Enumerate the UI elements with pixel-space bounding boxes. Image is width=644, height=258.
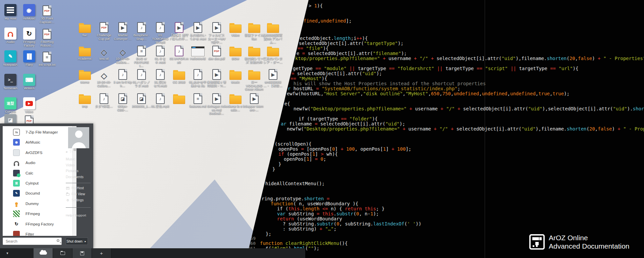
desktop-icon[interactable]: Flary (19, 50, 39, 67)
desktop-icon-label: Video (19, 110, 39, 114)
desktop-icon[interactable]: ▶sm9232902…・【初音… (263, 67, 283, 88)
desktop-icon-label: WriterA (19, 87, 39, 90)
desktop-icon[interactable]: Meme (75, 67, 95, 84)
desktop-icon[interactable]: ♪03. TOMORROW.mp3 (151, 20, 170, 44)
desktop-icon[interactable]: ◉♪AirMusic (19, 3, 39, 20)
desktop-icon[interactable]: BGM (226, 44, 245, 61)
system-link-file-view[interactable]: File View (66, 191, 85, 197)
start-menu-item-7-zip-file-manager[interactable]: 7z7-Zip File Manager (3, 127, 68, 137)
desktop-icon[interactable]: Academic (75, 44, 95, 61)
system-link-my-host[interactable]: My Host (66, 185, 85, 191)
username[interactable]: »TC (66, 150, 74, 154)
desktop-icon[interactable]: flac (75, 20, 95, 37)
shutdown-arrow-icon[interactable]: ▸ (83, 240, 88, 243)
desktop-icon[interactable]: ♪3 am lo-fi hip h… (113, 67, 132, 88)
desktop-icon[interactable]: ◇10-20-40-Calibra… (113, 44, 132, 64)
desktop-icon[interactable]: 速型Cyinput (1, 97, 20, 114)
desktop-icon[interactable]: ◪600px-CBS-… (113, 91, 132, 112)
desktop-icon[interactable]: ▶Gchaguz Ack so And Dedicall… (207, 91, 226, 115)
desktop-icon[interactable]: ▶Supper Mem ent-… (245, 91, 264, 112)
taskbar-tab-new[interactable]: + (92, 248, 111, 258)
desktop-icon[interactable]: ♪Biosphere - Snap… (132, 20, 151, 41)
text-file-icon: ≡ (43, 52, 51, 62)
desktop-icon[interactable]: PDFFilterReg Robust… (37, 27, 57, 47)
taskbar-tab-disk[interactable] (72, 248, 92, 258)
audio-file-icon: ♪ (156, 69, 165, 80)
desktop-icon[interactable]: Audio (1, 27, 20, 44)
desktop-icon[interactable]: [190320]高宮賞9th アルバム… (263, 20, 283, 44)
desktop-icon-label: Flary (19, 63, 39, 67)
desktop-icon[interactable]: ▶るの前のいうかせ.mp4 (188, 20, 208, 41)
desktop-icon[interactable]: PDF3D Point Capsule… (37, 3, 57, 24)
desktop-icon[interactable]: ≡BUG or FEATURE t… (132, 44, 151, 68)
desktop-icon[interactable]: 音楽ファイル flac (245, 20, 264, 41)
library-link-music[interactable]: Music (66, 156, 84, 162)
desktop-icon-label: 01.めかせ中美かせ.fla (188, 81, 208, 88)
desktop-icon-label: My Host (1, 17, 20, 20)
search-input[interactable] (3, 238, 62, 245)
start-menu-item-ffmpeg-factory[interactable]: ↻FFmpeg Factory (3, 219, 68, 229)
taskbar-tab-cloud[interactable] (34, 248, 53, 258)
start-menu-item-filter[interactable]: Filter (3, 229, 68, 236)
desktop-icon[interactable]: ▶Video (19, 97, 39, 114)
my-host-icon (4, 4, 16, 16)
desktop-icon[interactable]: PDFdev doc.pdf (207, 44, 226, 61)
help-support-link[interactable]: Help / Support (66, 213, 86, 217)
desktop-icon[interactable]: ▶Marble Conveyer … (113, 20, 132, 41)
desktop-icon[interactable]: ≡features.md (188, 91, 208, 108)
start-menu-item-ffmpeg[interactable]: FFmpeg (3, 209, 68, 219)
taskbar-tab-files[interactable] (53, 248, 72, 258)
desktop-icon[interactable]: ♪タダ?井花… (94, 91, 114, 108)
desktop-icon[interactable]: ◇test.stl (94, 44, 114, 61)
taskbar-dropdown-arrow-icon[interactable]: ▼ (0, 248, 15, 258)
desktop-icon[interactable]: 三月のパンタシア・ダー… (263, 44, 283, 64)
library-links: MusicVideoPicturesDocuments (66, 156, 84, 180)
start-menu-item-label: AirMusic (25, 140, 40, 144)
library-link-pictures[interactable]: Pictures (66, 168, 84, 174)
desktop-icon-label: features.md (188, 105, 208, 108)
desktop-icon[interactable]: My Host (1, 3, 20, 20)
system-link-settings[interactable]: ⚙Settings (66, 197, 85, 203)
library-link-video[interactable]: Video (66, 162, 84, 168)
start-menu-item-dummy[interactable]: Dummy (3, 199, 68, 209)
start-menu-item-arozdfs[interactable]: ArOZDFS (3, 148, 68, 158)
desktop-icon[interactable]: ♪31.空(カセ?).mp3 (151, 67, 170, 88)
desktop-icon[interactable]: 歌の間シリーズ 主題の件 (245, 44, 264, 64)
start-menu-item-documd[interactable]: ✎Documd (3, 188, 68, 198)
desktop-icon[interactable]: ▶【映像】相守 / 僕らの手… (169, 20, 189, 41)
desktop-icon[interactable]: ◇10-20-40-Calibra… (94, 67, 114, 88)
desktop-icon[interactable]: ▶未知領域 x 管理規則・?!… (207, 67, 226, 88)
desktop-icon-label: 03.VAPOR.mp3 (169, 57, 189, 64)
desktop-icon[interactable]: >_TerminalA (1, 73, 20, 90)
system-link-label: Settings (71, 197, 84, 203)
desktop-icon[interactable]: CC 2019 (169, 67, 189, 84)
app-window-icon (191, 46, 205, 56)
desktop-icon[interactable] (169, 91, 189, 104)
desktop-icon[interactable]: ≡init script.txt (37, 50, 57, 67)
desktop-icon[interactable]: HelloWorld (188, 44, 208, 61)
desktop-icon[interactable]: volume lo o b odle… (226, 91, 245, 112)
7zip-icon: 7z (13, 129, 20, 136)
desktop-icon[interactable]: ↻FFmpeg Factory (19, 27, 39, 47)
desktop-icon[interactable]: Music (226, 67, 245, 84)
start-menu-item-airmusic[interactable]: ◉AirMusic (3, 137, 68, 147)
desktop-icon[interactable]: tmp (75, 91, 95, 108)
desktop-icon[interactable]: PDFChallenge Cup.pdf (94, 20, 114, 41)
desktop-icon[interactable]: ♪03.VAPOR.mp3 (169, 44, 189, 64)
desktop-icon[interactable]: ♪01.めかせ中美かせ.fla (188, 67, 208, 88)
desktop-icon[interactable]: ♪01.空色.mp3 (151, 91, 170, 108)
desktop-icon[interactable]: ローVOCALOID Cover Album (245, 67, 264, 91)
start-menu-item-calc[interactable]: Calc (3, 168, 68, 178)
desktop-icon[interactable]: ♪01.キセキ.mp3 (151, 44, 170, 64)
avatar[interactable] (68, 127, 89, 148)
shutdown-button[interactable]: Shut down ▸ (66, 238, 88, 245)
desktop-icon[interactable]: ◪2632633_1… (132, 91, 151, 108)
library-link-documents[interactable]: Documents (66, 174, 84, 180)
desktop-icon[interactable]: ⌨WriterA (19, 73, 39, 90)
start-menu-item-audio[interactable]: Audio (3, 158, 68, 168)
desktop-icon[interactable]: ✎NotepadA (1, 50, 20, 67)
start-menu-item-cyinput[interactable]: 速Cyinput (3, 178, 68, 188)
desktop-icon[interactable]: ♪01.ハダシノラダ.mp3 (132, 67, 151, 88)
desktop-icon[interactable]: Video (226, 20, 245, 37)
desktop-icon[interactable]: ▶フォルビスカーターMV ?提中… (207, 20, 226, 44)
